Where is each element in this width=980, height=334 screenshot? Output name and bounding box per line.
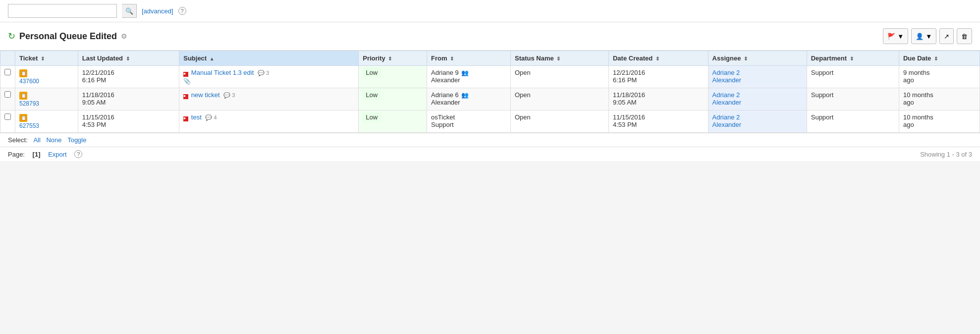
- row3-date-created-date: 11/15/2016: [613, 113, 645, 121]
- row2-last-updated-cell: 11/18/2016 9:05 AM: [78, 88, 179, 111]
- row3-assignee-line2: Alexander: [712, 121, 742, 128]
- row3-last-updated-date: 11/15/2016: [82, 113, 114, 121]
- row3-last-updated-time: 4:53 PM: [82, 121, 106, 128]
- row2-assignee-cell: Adriane 2 Alexander: [708, 88, 807, 111]
- th-date-created[interactable]: Date Created ⇕: [608, 51, 708, 66]
- row3-ticket-icon: 📋: [19, 114, 27, 122]
- row1-ticket-cell: 📋 437600: [15, 66, 78, 88]
- person-icon: 👤: [916, 33, 924, 40]
- th-department[interactable]: Department ⇕: [807, 51, 899, 66]
- row3-checkbox[interactable]: [4, 113, 11, 120]
- row3-date-created-time: 4:53 PM: [613, 121, 637, 128]
- th-last-updated[interactable]: Last Updated ⇕: [78, 51, 179, 66]
- row2-priority-value: Low: [363, 90, 381, 100]
- th-priority[interactable]: Priority ⇕: [359, 51, 427, 66]
- department-sort-icon: ⇕: [850, 56, 854, 61]
- row3-due-date-line2: ago: [903, 121, 914, 128]
- advanced-link[interactable]: [advanced]: [142, 7, 173, 15]
- row3-from-cell: osTicket Support: [427, 111, 511, 133]
- gear-icon[interactable]: ⚙: [121, 32, 127, 40]
- row2-assignee-line1: Adriane 2: [712, 91, 740, 99]
- row1-priority-cell: Low: [359, 66, 427, 88]
- th-due-date[interactable]: Due Date ⇕: [899, 51, 980, 66]
- priority-sort-icon: ⇕: [388, 56, 392, 61]
- last-updated-sort-icon: ⇕: [126, 56, 130, 61]
- flag-icon: 🚩: [887, 33, 895, 40]
- row3-from-extra: Support: [431, 121, 454, 128]
- row2-subject-link[interactable]: new ticket: [191, 91, 220, 99]
- row3-due-date-line1: 10 months: [903, 113, 933, 121]
- refresh-icon[interactable]: ↻: [8, 31, 15, 42]
- row1-assignee-link[interactable]: Adriane 2 Alexander: [712, 69, 742, 84]
- row2-department-cell: Support: [807, 88, 899, 111]
- share-icon: ↗: [944, 33, 949, 40]
- row2-status-cell: Open: [510, 88, 608, 111]
- row3-subject-link[interactable]: test: [191, 113, 202, 121]
- search-button[interactable]: 🔍: [122, 4, 137, 18]
- row3-subject-cell: ■ test 💬 4: [179, 111, 359, 133]
- search-help-icon[interactable]: ?: [178, 7, 186, 15]
- row1-assignee-line2: Alexander: [712, 76, 742, 84]
- row2-ticket-icon: 📋: [19, 92, 27, 100]
- th-subject[interactable]: Subject ▲: [179, 51, 359, 66]
- row3-assignee-link[interactable]: Adriane 2 Alexander: [712, 113, 742, 128]
- share-button[interactable]: ↗: [939, 28, 954, 44]
- th-status-name[interactable]: Status Name ⇕: [510, 51, 608, 66]
- select-toggle-link[interactable]: Toggle: [67, 136, 86, 144]
- flag-dropdown-arrow: ▼: [897, 33, 904, 40]
- row1-subject-flag-icon: ■: [183, 72, 188, 77]
- row1-due-date-line1: 9 months: [903, 69, 929, 76]
- row1-ticket-link[interactable]: 437600: [19, 78, 39, 85]
- row2-date-created-date: 11/18/2016: [613, 91, 645, 99]
- row1-chat-icon: 💬 3: [258, 70, 269, 76]
- row2-ticket-link[interactable]: 528793: [19, 100, 39, 107]
- row1-last-updated-cell: 12/21/2016 6:16 PM: [78, 66, 179, 88]
- row1-from-cell: Adriane 9 👥 Alexander: [427, 66, 511, 88]
- showing-text: Showing 1 - 3 of 3: [920, 151, 972, 158]
- th-from[interactable]: From ⇕: [427, 51, 511, 66]
- row3-last-updated-cell: 11/15/2016 4:53 PM: [78, 111, 179, 133]
- row2-department-value: Support: [811, 91, 834, 99]
- row2-checkbox[interactable]: [4, 91, 11, 98]
- assignee-sort-icon: ⇕: [744, 56, 748, 61]
- row1-checkbox[interactable]: [4, 69, 11, 75]
- page-number[interactable]: [1]: [33, 151, 41, 158]
- row1-date-created-time: 6:16 PM: [613, 76, 637, 84]
- row1-subject-link[interactable]: Manual Ticket 1.3 edit: [191, 69, 254, 76]
- th-assignee[interactable]: Assignee ⇕: [708, 51, 807, 66]
- th-ticket[interactable]: Ticket ⇕: [15, 51, 78, 66]
- row1-status-cell: Open: [510, 66, 608, 88]
- status-sort-icon: ⇕: [556, 56, 560, 61]
- row2-last-updated-date: 11/18/2016: [82, 91, 114, 99]
- row1-last-updated-date: 12/21/2016: [82, 69, 114, 76]
- row1-priority-value: Low: [363, 68, 381, 77]
- select-all-link[interactable]: All: [33, 136, 40, 144]
- row3-assignee-line1: Adriane 2: [712, 113, 740, 121]
- row3-ticket-cell: 📋 627553: [15, 111, 78, 133]
- trash-icon: 🗑: [961, 33, 968, 40]
- row2-chat-icon: 💬 3: [223, 92, 235, 98]
- row2-assignee-link[interactable]: Adriane 2 Alexander: [712, 91, 742, 106]
- row1-assignee-line1: Adriane 2: [712, 69, 740, 76]
- ticket-sort-icon: ⇕: [41, 56, 45, 61]
- export-link[interactable]: Export: [48, 151, 67, 158]
- row1-department-cell: Support: [807, 66, 899, 88]
- row1-due-date-line2: ago: [903, 76, 914, 84]
- row2-subject-flag-icon: ■: [183, 94, 188, 99]
- trash-button[interactable]: 🗑: [957, 28, 972, 44]
- row2-priority-cell: Low: [359, 88, 427, 111]
- row2-due-date-line1: 10 months: [903, 91, 933, 99]
- row2-last-updated-time: 9:05 AM: [82, 99, 106, 106]
- row3-date-created-cell: 11/15/2016 4:53 PM: [608, 111, 708, 133]
- row3-due-date-cell: 10 months ago: [899, 111, 980, 133]
- row3-ticket-link[interactable]: 627553: [19, 122, 39, 129]
- table-row: 📋 528793 11/18/2016 9:05 AM ■ new ticket…: [0, 88, 980, 111]
- export-help-icon[interactable]: ?: [74, 150, 82, 158]
- row1-from-name: Adriane 9: [431, 69, 459, 76]
- row2-from-extra: Alexander: [431, 99, 460, 106]
- search-input[interactable]: [8, 4, 117, 18]
- person-button[interactable]: 👤 ▼: [911, 28, 936, 44]
- select-none-link[interactable]: None: [46, 136, 61, 144]
- row3-from-name: osTicket: [431, 113, 455, 121]
- flag-button[interactable]: 🚩 ▼: [883, 28, 908, 44]
